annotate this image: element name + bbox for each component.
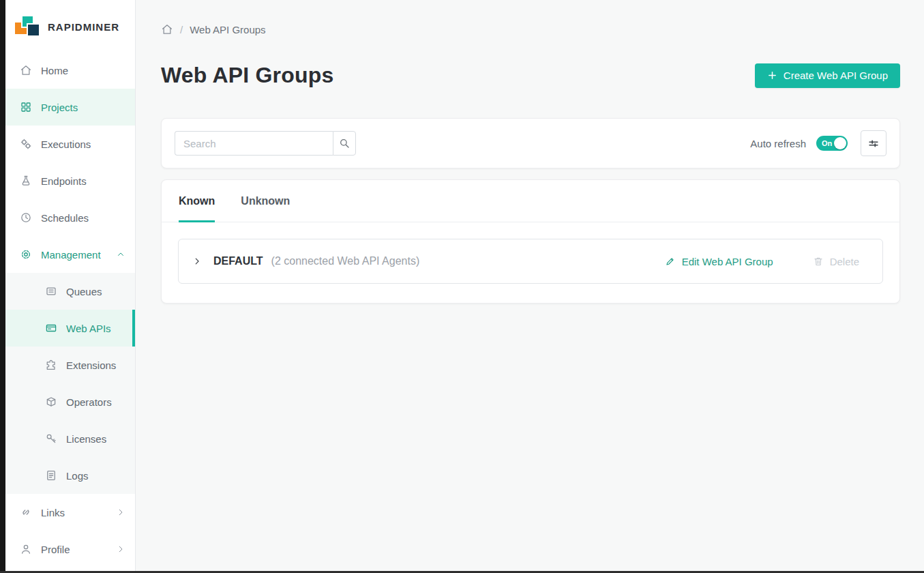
toolbar-right: Auto refresh On	[750, 130, 886, 156]
licenses-key-icon	[45, 432, 57, 445]
breadcrumb-current: Web API Groups	[190, 24, 265, 35]
sidebar-item-management[interactable]: Management	[5, 236, 135, 273]
sidebar-item-profile[interactable]: Profile	[5, 531, 135, 568]
logs-document-icon	[45, 469, 57, 482]
tab-unknown[interactable]: Unknown	[241, 180, 290, 222]
sidebar: RAPIDMINER Home Projects Executions Endp…	[5, 0, 136, 573]
delete-label: Delete	[830, 256, 859, 267]
logo-text: RAPIDMINER	[48, 21, 119, 33]
web-api-groups-card: Known Unknown DEFAULT (2 connected Web A…	[161, 179, 900, 304]
sidebar-item-label: Projects	[41, 102, 78, 113]
chevron-right-icon	[116, 508, 125, 517]
chevron-up-icon	[116, 250, 125, 259]
tab-known[interactable]: Known	[179, 180, 215, 222]
toggle-knob	[834, 137, 846, 149]
trash-icon	[813, 256, 824, 267]
edit-label: Edit Web API Group	[682, 256, 773, 267]
schedules-clock-icon	[20, 211, 32, 224]
breadcrumb: / Web API Groups	[161, 23, 900, 35]
sidebar-item-label: Queues	[66, 286, 102, 297]
search-button[interactable]	[333, 131, 356, 156]
sidebar-item-projects[interactable]: Projects	[5, 89, 135, 126]
sidebar-item-logs[interactable]: Logs	[5, 457, 135, 494]
auto-refresh-toggle[interactable]: On	[816, 136, 848, 151]
profile-person-icon	[20, 543, 32, 555]
sidebar-item-queues[interactable]: Queues	[5, 273, 135, 310]
tabs: Known Unknown	[162, 180, 899, 222]
link-icon	[20, 506, 32, 518]
sidebar-item-label: Licenses	[66, 433, 106, 445]
sidebar-item-links[interactable]: Links	[5, 494, 135, 531]
sidebar-item-label: Executions	[41, 138, 91, 150]
sidebar-item-web-apis[interactable]: Web APIs	[5, 310, 135, 347]
filter-settings-button[interactable]	[861, 130, 886, 156]
operators-cube-icon	[45, 396, 57, 408]
sidebar-item-licenses[interactable]: Licenses	[5, 420, 135, 457]
extensions-puzzle-icon	[45, 359, 57, 371]
web-apis-icon	[45, 322, 57, 334]
sidebar-item-label: Home	[41, 65, 68, 76]
management-gear-icon	[20, 248, 32, 261]
chevron-right-icon	[116, 544, 125, 554]
delete-group-button[interactable]: Delete	[813, 256, 859, 267]
breadcrumb-home-icon[interactable]	[161, 23, 173, 35]
create-button-label: Create Web API Group	[784, 70, 888, 81]
projects-grid-icon	[20, 101, 32, 113]
management-submenu: Queues Web APIs Extensions Operators Lic…	[5, 273, 135, 494]
logo[interactable]: RAPIDMINER	[5, 0, 135, 52]
group-row-default: DEFAULT (2 connected Web API Agents) Edi…	[178, 239, 883, 284]
group-row-actions: Edit Web API Group Delete	[665, 256, 869, 267]
sidebar-item-label: Management	[41, 249, 101, 261]
sidebar-item-label: Profile	[41, 544, 70, 555]
sidebar-item-label: Web APIs	[66, 323, 111, 334]
page-title: Web API Groups	[161, 63, 334, 88]
search-icon	[338, 137, 351, 149]
rapidminer-logo-icon	[15, 14, 41, 40]
main-content: / Web API Groups Web API Groups Create W…	[136, 0, 924, 573]
search-input[interactable]	[175, 131, 333, 156]
edit-web-api-group-button[interactable]: Edit Web API Group	[665, 256, 773, 267]
sidebar-item-schedules[interactable]: Schedules	[5, 199, 135, 236]
endpoints-flask-icon	[20, 175, 32, 187]
sliders-icon	[867, 137, 880, 150]
window-edge	[0, 0, 5, 573]
sidebar-item-executions[interactable]: Executions	[5, 126, 135, 162]
group-name: DEFAULT	[213, 255, 263, 267]
title-row: Web API Groups Create Web API Group	[161, 63, 900, 88]
search-group	[175, 131, 356, 156]
sidebar-item-endpoints[interactable]: Endpoints	[5, 162, 135, 199]
sidebar-item-label: Operators	[66, 396, 112, 408]
chevron-right-icon	[192, 256, 202, 266]
create-web-api-group-button[interactable]: Create Web API Group	[755, 63, 900, 88]
sidebar-item-operators[interactable]: Operators	[5, 383, 135, 420]
auto-refresh-label: Auto refresh	[750, 138, 806, 149]
home-icon	[20, 64, 32, 76]
sidebar-item-label: Endpoints	[41, 175, 87, 187]
tab-known-label: Known	[179, 195, 215, 207]
tab-unknown-label: Unknown	[241, 195, 290, 207]
sidebar-item-label: Links	[41, 507, 65, 518]
sidebar-item-label: Logs	[66, 470, 89, 482]
expand-group-button[interactable]	[192, 256, 202, 266]
toolbar-card: Auto refresh On	[161, 118, 900, 168]
sidebar-item-label: Schedules	[41, 212, 89, 224]
edit-pencil-icon	[665, 256, 676, 267]
sidebar-item-home[interactable]: Home	[5, 52, 135, 89]
plus-icon	[767, 70, 777, 80]
toggle-state-label: On	[816, 139, 832, 147]
breadcrumb-separator: /	[180, 24, 183, 35]
sidebar-item-label: Extensions	[66, 359, 116, 371]
sidebar-item-extensions[interactable]: Extensions	[5, 347, 135, 383]
queues-icon	[45, 285, 57, 297]
group-agent-count: (2 connected Web API Agents)	[271, 255, 420, 267]
executions-gears-icon	[20, 138, 32, 150]
